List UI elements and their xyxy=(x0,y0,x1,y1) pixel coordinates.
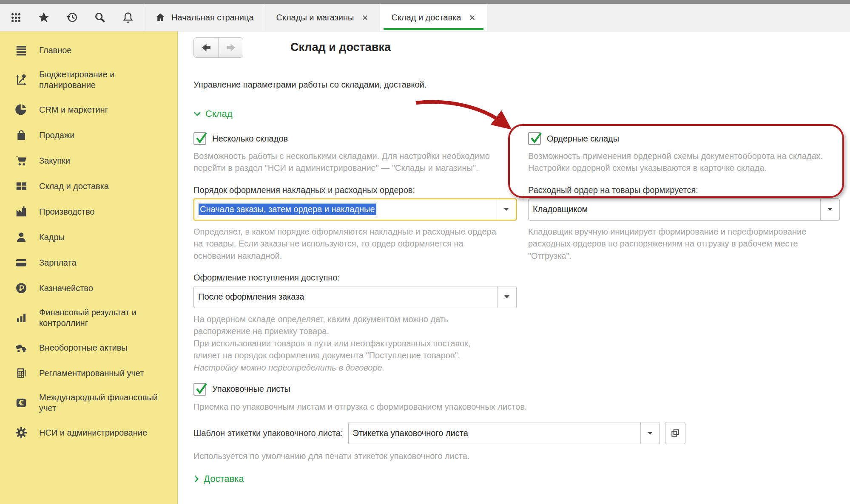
order-sequence-label: Порядок оформления накладных и расходных… xyxy=(193,185,519,195)
order-warehouses-description: Возможность применения ордерной схемы до… xyxy=(528,150,826,174)
home-icon xyxy=(155,12,165,23)
history-icon xyxy=(66,11,78,23)
checkbox-icon xyxy=(193,132,206,145)
tab-label: Начальная страница xyxy=(171,13,254,23)
sidebar-item-glavnoe[interactable]: Главное xyxy=(0,37,177,63)
sidebar-item-budgeting[interactable]: Бюджетирование и планирование xyxy=(0,63,177,97)
sidebar-item-treasury[interactable]: Казначейство xyxy=(0,275,177,301)
sidebar-item-purchases[interactable]: Закупки xyxy=(0,148,177,173)
selected-value: Сначала заказы, затем ордера и накладные xyxy=(199,204,376,215)
expense-order-description: Кладовщик вручную инициирует формировани… xyxy=(528,226,826,262)
page-title: Склад и доставка xyxy=(290,41,391,54)
order-sequence-select[interactable]: Сначала заказы, затем ордера и накладные xyxy=(193,198,517,221)
bell-icon xyxy=(122,11,134,23)
search-icon xyxy=(94,11,106,23)
checkbox-label: Ордерные склады xyxy=(547,134,619,144)
close-icon[interactable] xyxy=(361,14,369,21)
section-title: Доставка xyxy=(204,473,244,484)
sidebar-item-warehouse[interactable]: Склад и доставка xyxy=(0,173,177,199)
admin-icon xyxy=(13,426,30,439)
sidebar-item-crm[interactable]: CRM и маркетинг xyxy=(0,97,177,122)
open-icon xyxy=(671,428,680,438)
search-button[interactable] xyxy=(86,4,114,31)
star-icon xyxy=(38,11,50,23)
open-template-button[interactable] xyxy=(665,422,685,444)
app-window: Начальная страница Склады и магазины Скл… xyxy=(0,0,850,504)
settings-page: Склад и доставка Управление параметрами … xyxy=(178,31,850,504)
tab-sklady-i-magaziny[interactable]: Склады и магазины xyxy=(265,4,380,31)
checkbox-label: Упаковочные листы xyxy=(212,384,290,394)
chevron-down-icon[interactable] xyxy=(497,286,516,308)
label-template-row: Шаблон этикетки упаковочного листа: Этик… xyxy=(193,422,850,444)
favorites-button[interactable] xyxy=(30,4,58,31)
packing-lists-description: Приемка по упаковочным листам и отгрузка… xyxy=(193,401,831,413)
packing-lists-checkbox[interactable]: Упаковочные листы xyxy=(193,383,850,396)
sidebar-item-international[interactable]: Международный финансовый учет xyxy=(0,386,177,420)
treasury-icon xyxy=(13,282,30,294)
tab-label: Склады и магазины xyxy=(276,13,354,23)
history-button[interactable] xyxy=(58,4,86,31)
crm-icon xyxy=(13,103,30,116)
sidebar-item-sales[interactable]: Продажи xyxy=(0,122,177,148)
apps-icon xyxy=(10,12,22,23)
sidebar-item-finresult[interactable]: Финансовый результат и контроллинг xyxy=(0,301,177,335)
notifications-button[interactable] xyxy=(114,4,142,31)
forward-button[interactable] xyxy=(218,38,243,57)
nav-buttons xyxy=(193,37,243,58)
tab-label: Склад и доставка xyxy=(391,13,461,23)
close-icon[interactable] xyxy=(469,14,476,21)
menu-icon xyxy=(13,44,30,57)
chevron-right-icon xyxy=(193,475,199,483)
tab-bar: Начальная страница Склады и магазины Скл… xyxy=(0,4,850,31)
receipt-available-description: На ордерном складе определяет, каким док… xyxy=(193,313,500,362)
tab-sklad-i-dostavka[interactable]: Склад и доставка xyxy=(380,4,487,31)
sidebar-item-hr[interactable]: Кадры xyxy=(0,224,177,250)
sidebar-item-regulated[interactable]: Регламентированный учет xyxy=(0,360,177,386)
receipt-available-label: Оформление поступления доступно: xyxy=(193,273,519,283)
sidebar-item-nsi[interactable]: НСИ и администрирование xyxy=(0,420,177,445)
back-button[interactable] xyxy=(194,38,218,57)
order-warehouses-checkbox[interactable]: Ордерные склады xyxy=(528,132,844,145)
international-icon xyxy=(13,396,30,409)
sidebar-list: Главное Бюджетирование и планирование CR… xyxy=(0,31,177,445)
selected-value: Кладовщиком xyxy=(529,199,820,220)
window-top-strip xyxy=(0,0,850,4)
expense-order-label: Расходный ордер на товары формируется: xyxy=(528,185,844,195)
apps-menu-button[interactable] xyxy=(2,4,30,31)
checkbox-label: Несколько складов xyxy=(212,134,288,144)
tab-home[interactable]: Начальная страница xyxy=(144,4,265,31)
page-subtitle: Управление параметрами работы со складам… xyxy=(193,80,850,90)
budgeting-icon xyxy=(13,74,30,86)
sales-icon xyxy=(13,129,30,142)
checkbox-icon xyxy=(193,383,206,396)
chevron-down-icon xyxy=(193,111,201,117)
label-template-field[interactable]: Этикетка упаковочного листа xyxy=(348,422,660,444)
section-delivery-toggle[interactable]: Доставка xyxy=(193,473,850,484)
chevron-down-icon[interactable] xyxy=(820,199,839,220)
order-sequence-description: Определяет, в каком порядке оформляются … xyxy=(193,226,500,262)
multi-warehouse-checkbox[interactable]: Несколько складов xyxy=(193,132,519,145)
sidebar-item-assets[interactable]: Внеоборотные активы xyxy=(0,335,177,360)
settings-grid: Несколько складов Возможность работы с н… xyxy=(193,125,850,374)
selected-value: После оформления заказа xyxy=(194,286,497,308)
production-icon xyxy=(13,205,30,218)
label-template-label: Шаблон этикетки упаковочного листа: xyxy=(193,428,343,438)
section-title: Склад xyxy=(205,108,233,119)
sidebar-item-salary[interactable]: Зарплата xyxy=(0,250,177,275)
receipt-available-select[interactable]: После оформления заказа xyxy=(193,286,517,308)
quick-toolbar xyxy=(0,4,144,31)
sidebar-item-production[interactable]: Производство xyxy=(0,199,177,224)
chevron-down-icon[interactable] xyxy=(640,422,660,444)
forward-arrow-icon xyxy=(225,42,236,53)
purchases-icon xyxy=(13,154,30,167)
warehouse-icon xyxy=(13,180,30,193)
multi-warehouse-description: Возможность работы с несколькими складам… xyxy=(193,150,500,174)
chevron-down-icon[interactable] xyxy=(497,199,516,220)
hr-icon xyxy=(13,231,30,244)
back-arrow-icon xyxy=(201,42,212,53)
assets-icon xyxy=(13,341,30,354)
expense-order-select[interactable]: Кладовщиком xyxy=(528,198,840,221)
receipt-available-note: Настройку можно переопределить в договор… xyxy=(193,362,500,374)
section-sklad-toggle[interactable]: Склад xyxy=(193,108,850,119)
selected-value: Этикетка упаковочного листа xyxy=(349,422,640,444)
